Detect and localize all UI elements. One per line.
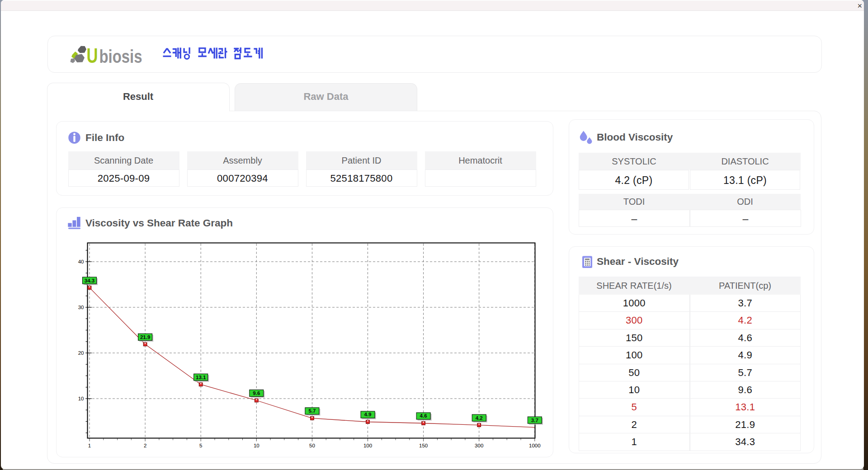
svg-text:150: 150: [419, 443, 428, 448]
svg-text:5: 5: [199, 443, 202, 448]
svg-text:U: U: [87, 43, 98, 66]
svg-text:50: 50: [309, 443, 315, 448]
svg-text:biosis: biosis: [99, 47, 142, 66]
svg-text:4.9: 4.9: [364, 412, 372, 417]
svg-text:10: 10: [78, 396, 84, 401]
svg-text:30: 30: [78, 305, 84, 310]
svg-text:300: 300: [475, 443, 483, 448]
svg-text:34.3: 34.3: [85, 278, 94, 283]
svg-text:5.7: 5.7: [308, 408, 316, 414]
svg-text:1: 1: [88, 443, 91, 448]
svg-text:3.7: 3.7: [531, 418, 538, 423]
svg-text:100: 100: [363, 443, 372, 448]
svg-text:4.2: 4.2: [476, 415, 483, 421]
svg-text:4.6: 4.6: [420, 413, 427, 418]
svg-text:1000: 1000: [529, 443, 541, 448]
svg-text:10: 10: [254, 443, 259, 448]
svg-text:13.1: 13.1: [196, 375, 206, 380]
svg-text:20: 20: [78, 350, 84, 356]
svg-text:40: 40: [78, 259, 84, 264]
svg-text:9.6: 9.6: [253, 390, 260, 396]
svg-text:2: 2: [144, 443, 146, 448]
svg-text:21.9: 21.9: [140, 334, 150, 340]
